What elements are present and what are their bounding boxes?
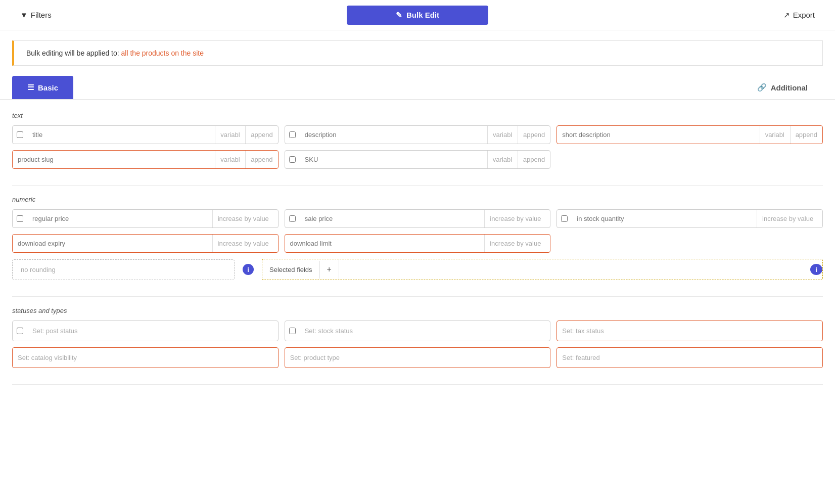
- description-variant[interactable]: variabl: [487, 126, 518, 144]
- field-description: variabl append: [285, 125, 551, 144]
- alert-highlight: all the products on the site: [121, 49, 204, 57]
- field-download-limit: increase by value: [285, 234, 551, 253]
- field-tax-status: Set: tax status: [556, 320, 823, 341]
- statuses-row-2: Set: catalog visibility Set: product typ…: [12, 347, 823, 368]
- product-type-text[interactable]: Set: product type: [285, 348, 550, 368]
- regular-price-checkbox[interactable]: [17, 215, 23, 222]
- sku-variant[interactable]: variabl: [487, 151, 518, 168]
- sku-append[interactable]: append: [518, 151, 550, 168]
- sku-input[interactable]: [300, 151, 487, 168]
- field-product-type: Set: product type: [285, 347, 551, 368]
- description-checkbox[interactable]: [289, 131, 296, 138]
- section-statuses: statuses and types Set: post status Set:…: [12, 307, 823, 368]
- top-bar-center: ✎ Bulk Edit: [285, 6, 550, 25]
- stock-status-text[interactable]: Set: stock status: [300, 321, 550, 341]
- stock-status-checkbox[interactable]: [289, 328, 296, 334]
- bulk-edit-button[interactable]: ✎ Bulk Edit: [347, 6, 488, 25]
- sale-price-checkbox[interactable]: [289, 215, 296, 222]
- description-input[interactable]: [300, 126, 487, 144]
- field-catalog-visibility: Set: catalog visibility: [12, 347, 279, 368]
- text-field-row-2: variabl append variabl append: [12, 150, 823, 169]
- sku-checkbox[interactable]: [289, 156, 296, 163]
- selected-fields-label: Selected fields: [262, 261, 320, 279]
- selected-fields-info-icon[interactable]: i: [810, 264, 822, 275]
- numeric-field-row-2: increase by value increase by value: [12, 234, 823, 253]
- field-post-status: Set: post status: [12, 320, 279, 341]
- basic-label: Basic: [38, 83, 58, 92]
- filter-icon: ▼: [20, 11, 28, 19]
- field-short-description: variabl append: [556, 125, 823, 144]
- download-limit-input[interactable]: [285, 235, 485, 252]
- in-stock-quantity-checkbox[interactable]: [561, 215, 568, 222]
- product-slug-input[interactable]: [13, 151, 215, 168]
- download-limit-increase[interactable]: increase by value: [484, 235, 550, 252]
- sale-price-input[interactable]: [300, 210, 485, 227]
- additional-icon: 🔗: [757, 83, 767, 92]
- field-sale-price: increase by value: [285, 209, 551, 228]
- short-description-variant[interactable]: variabl: [760, 126, 790, 144]
- field-in-stock-quantity: increase by value: [556, 209, 823, 228]
- post-status-checkbox[interactable]: [17, 328, 23, 334]
- selected-fields-plus[interactable]: +: [320, 260, 339, 279]
- numeric-field-row-1: increase by value increase by value incr…: [12, 209, 823, 228]
- rounding-row: no rounding i Selected fields + i: [12, 259, 823, 280]
- in-stock-quantity-input[interactable]: [572, 210, 757, 227]
- alert-bar: Bulk editing will be applied to: all the…: [12, 40, 823, 66]
- field-sku: variabl append: [285, 150, 551, 169]
- main-content: text variabl append variabl append: [0, 100, 835, 407]
- regular-price-input[interactable]: [27, 210, 212, 227]
- tab-bar: ☰ Basic 🔗 Additional: [0, 76, 835, 100]
- filter-label: Filters: [31, 11, 52, 19]
- text-field-row-1: variabl append variabl append variabl ap…: [12, 125, 823, 144]
- section-numeric-label: numeric: [12, 196, 823, 203]
- title-input[interactable]: [27, 126, 215, 144]
- short-description-input[interactable]: [557, 126, 759, 144]
- title-checkbox[interactable]: [17, 131, 23, 138]
- section-text: text variabl append variabl append: [12, 112, 823, 169]
- divider-1: [12, 185, 823, 186]
- tax-status-text[interactable]: Set: tax status: [557, 321, 822, 341]
- catalog-visibility-text[interactable]: Set: catalog visibility: [13, 348, 278, 368]
- section-numeric: numeric increase by value increase by va…: [12, 196, 823, 280]
- section-text-label: text: [12, 112, 823, 119]
- tab-basic[interactable]: ☰ Basic: [12, 76, 73, 99]
- rounding-placeholder: no rounding: [21, 266, 56, 273]
- field-title: variabl append: [12, 125, 279, 144]
- title-variant[interactable]: variabl: [215, 126, 245, 144]
- title-append[interactable]: append: [245, 126, 277, 144]
- divider-3: [12, 384, 823, 385]
- basic-icon: ☰: [27, 83, 34, 92]
- tab-additional[interactable]: 🔗 Additional: [742, 76, 823, 99]
- field-product-slug: variabl append: [12, 150, 279, 169]
- top-bar: ▼ Filters ✎ Bulk Edit ↗ Export: [0, 0, 835, 30]
- selected-fields-input[interactable]: [339, 261, 810, 279]
- short-description-append[interactable]: append: [790, 126, 822, 144]
- top-bar-right: ↗ Export: [550, 11, 815, 20]
- product-slug-append[interactable]: append: [245, 151, 277, 168]
- pencil-icon: ✎: [396, 11, 402, 20]
- bulk-edit-label: Bulk Edit: [406, 11, 439, 19]
- section-statuses-label: statuses and types: [12, 307, 823, 314]
- export-button[interactable]: ↗ Export: [783, 11, 815, 20]
- in-stock-quantity-increase[interactable]: increase by value: [757, 210, 822, 227]
- regular-price-increase[interactable]: increase by value: [212, 210, 278, 227]
- product-slug-variant[interactable]: variabl: [215, 151, 245, 168]
- field-download-expiry: increase by value: [12, 234, 279, 253]
- post-status-text[interactable]: Set: post status: [27, 321, 278, 341]
- field-stock-status: Set: stock status: [285, 320, 551, 341]
- filter-button[interactable]: ▼ Filters: [20, 11, 52, 19]
- field-regular-price: increase by value: [12, 209, 279, 228]
- download-expiry-input[interactable]: [13, 235, 212, 252]
- alert-prefix: Bulk editing will be applied to:: [26, 49, 119, 57]
- divider-2: [12, 296, 823, 297]
- description-append[interactable]: append: [518, 126, 550, 144]
- export-icon: ↗: [783, 11, 790, 20]
- rounding-info-icon[interactable]: i: [243, 264, 254, 275]
- sale-price-increase[interactable]: increase by value: [484, 210, 550, 227]
- download-expiry-increase[interactable]: increase by value: [212, 235, 278, 252]
- page-wrapper: ▼ Filters ✎ Bulk Edit ↗ Export Bulk edit…: [0, 0, 835, 504]
- featured-text[interactable]: Set: featured: [557, 348, 822, 368]
- rounding-box[interactable]: no rounding: [12, 259, 235, 280]
- field-featured: Set: featured: [556, 347, 823, 368]
- selected-fields-box: Selected fields + i: [262, 259, 823, 280]
